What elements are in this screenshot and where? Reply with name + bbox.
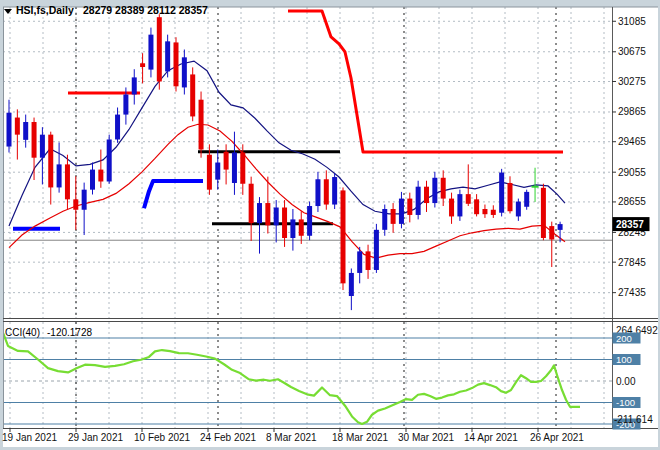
candle-body <box>466 194 471 204</box>
price-label: 29865 <box>618 106 646 117</box>
candle-body <box>257 203 262 223</box>
candle-body <box>549 226 554 239</box>
candle-body <box>265 203 270 225</box>
candle-body <box>174 42 179 86</box>
candle-body <box>207 155 212 190</box>
candle-body <box>148 35 153 70</box>
candle-body <box>90 170 95 190</box>
candle-body <box>558 224 563 230</box>
candle-body <box>199 100 204 150</box>
candle-body <box>508 183 513 211</box>
cci-level-tag-text: 100 <box>616 354 632 365</box>
candle-body <box>324 179 329 204</box>
candle-body <box>98 170 103 182</box>
price-label: 30275 <box>618 76 646 87</box>
candle-body <box>215 163 220 180</box>
quote-ohlc-values: 28279 28389 28112 28357 <box>83 4 208 16</box>
candle-body <box>123 95 128 115</box>
date-label: 8 Mar 2021 <box>266 432 317 443</box>
candle-body <box>349 273 354 296</box>
date-label: 19 Jan 2021 <box>2 432 57 443</box>
indicator-value: -120.1728 <box>47 327 92 338</box>
candle-body <box>274 208 279 226</box>
candle-body <box>499 173 504 213</box>
candle-body <box>382 209 387 230</box>
candle-body <box>82 190 87 210</box>
candle-body <box>432 178 437 203</box>
cci-zero-label: 0.00 <box>616 376 636 387</box>
candle-body <box>7 113 12 147</box>
date-label: 29 Jan 2021 <box>68 432 123 443</box>
candle-body <box>374 230 379 270</box>
candle-body <box>190 74 195 116</box>
date-label: 24 Feb 2021 <box>200 432 257 443</box>
candle-body <box>424 187 429 203</box>
candle-body <box>182 57 187 87</box>
candle-body <box>315 179 320 206</box>
candle-body <box>299 219 304 235</box>
cci-min-label: -211.614 <box>614 414 653 425</box>
price-label: 27435 <box>618 287 646 298</box>
current-price-text: 28357 <box>616 219 644 230</box>
candle-body <box>282 208 287 238</box>
date-label: 14 Apr 2021 <box>464 432 518 443</box>
price-label: 27845 <box>618 257 646 268</box>
candle-body <box>307 206 312 236</box>
candle-body <box>240 152 245 183</box>
candle-body <box>132 77 137 94</box>
candle-body <box>541 188 546 238</box>
candle-body <box>290 219 295 238</box>
chart-canvas[interactable]: 3108530675302752986529465290552865528245… <box>0 0 660 450</box>
price-label: 31085 <box>618 16 646 27</box>
trading-chart-window: 3108530675302752986529465290552865528245… <box>0 0 660 450</box>
price-label: 30675 <box>618 46 646 57</box>
candle-body <box>73 199 78 209</box>
candle-body <box>65 164 70 199</box>
price-label: 28655 <box>618 196 646 207</box>
candle-body <box>32 122 37 158</box>
candle-body <box>332 177 337 205</box>
candle-body <box>441 178 446 199</box>
price-label: 29465 <box>618 136 646 147</box>
candle-body <box>516 202 521 217</box>
candle-body <box>416 187 421 215</box>
candle-body <box>224 152 229 170</box>
chart-title: HSI,fs,Daily <box>16 4 74 16</box>
date-label: 18 Mar 2021 <box>332 432 389 443</box>
candle-body <box>140 63 145 67</box>
candle-body <box>232 152 237 182</box>
date-label: 10 Feb 2021 <box>134 432 191 443</box>
date-label: 30 Mar 2021 <box>398 432 455 443</box>
candle-body <box>40 135 45 158</box>
candle-body <box>341 190 346 283</box>
candle-body <box>457 194 462 216</box>
candle-body <box>407 199 412 215</box>
cci-level-tag-text: -100 <box>616 397 635 408</box>
indicator-name: CCI(40) <box>5 327 40 338</box>
candle-body <box>23 122 28 140</box>
price-label: 29055 <box>618 167 646 178</box>
candle-body <box>15 118 20 135</box>
candle-body <box>391 209 396 224</box>
candle-body <box>357 251 362 273</box>
candle-body <box>249 184 254 223</box>
candle-body <box>524 192 529 207</box>
candle-body <box>107 139 112 181</box>
date-label: 26 Apr 2021 <box>530 432 584 443</box>
candle-body <box>474 199 479 214</box>
cci-level-tag-text: 200 <box>616 333 632 344</box>
candle-body <box>449 199 454 217</box>
candle-body <box>491 210 496 215</box>
candle-body <box>482 209 487 214</box>
candle-body <box>366 251 371 270</box>
candle-body <box>57 164 62 187</box>
candle-body <box>399 199 404 224</box>
candle-body <box>157 17 162 81</box>
candle-body <box>115 115 120 140</box>
candle-body <box>165 41 170 71</box>
candle-body <box>48 135 53 188</box>
